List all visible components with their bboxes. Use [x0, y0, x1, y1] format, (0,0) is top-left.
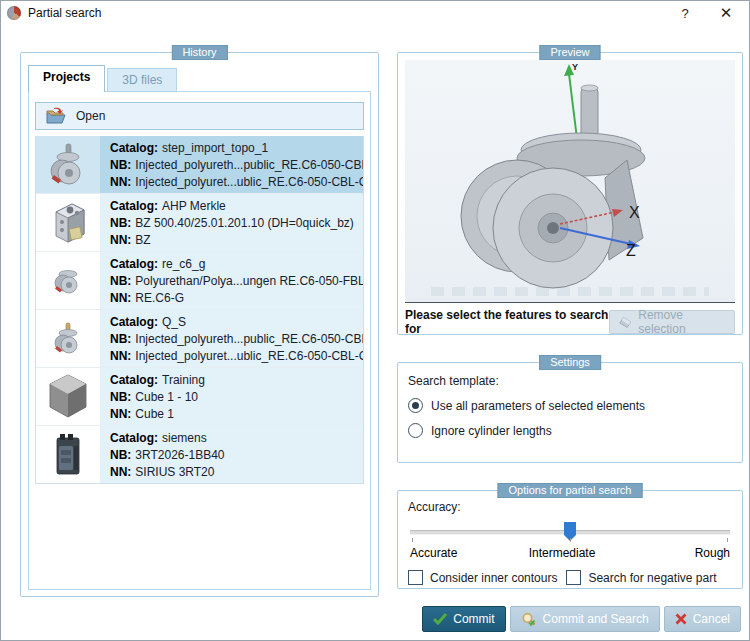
commit-and-search-button[interactable]: Commit and Search	[510, 606, 660, 632]
slider-tick	[727, 538, 728, 542]
nb-label: NB:	[110, 274, 131, 288]
list-item[interactable]: Catalog:Training NB:Cube 1 - 10 NN:Cube …	[36, 368, 363, 426]
checkbox-consider-inner-contours[interactable]: Consider inner contours	[408, 570, 557, 585]
commit-and-search-label: Commit and Search	[543, 612, 649, 626]
list-item[interactable]: Catalog:AHP Merkle NB:BZ 500.40/25.01.20…	[36, 194, 363, 252]
list-item-text: Catalog:step_import_topo_1 NB:Injected_p…	[100, 136, 363, 193]
accurate-label: Accurate	[410, 546, 457, 560]
eraser-icon	[619, 316, 633, 329]
caster-small-thumbnail-icon	[36, 310, 100, 367]
accuracy-slider[interactable]	[408, 518, 732, 544]
axis-z-label: Z	[626, 242, 636, 259]
list-item-text: Catalog:Q_S NB:Injected_polyureth...publ…	[100, 310, 363, 367]
axis-y-label: Y	[572, 62, 578, 72]
open-button[interactable]: Open	[35, 102, 364, 130]
caster-thumbnail-icon	[36, 136, 100, 193]
nn-label: NN:	[110, 407, 131, 421]
commit-button[interactable]: Commit	[422, 606, 505, 632]
preview-group-label: Preview	[539, 45, 600, 60]
nb-label: NB:	[110, 332, 131, 346]
nb-value: Polyurethan/Polya...ungen RE.C6-050-FBL-…	[135, 274, 363, 288]
radio-selected-icon	[408, 398, 423, 413]
cube-thumbnail-icon	[36, 368, 100, 425]
catalog-value: siemens	[162, 431, 207, 445]
search-template-label: Search template:	[408, 374, 732, 388]
axis-x-label: X	[629, 204, 640, 221]
list-item[interactable]: Catalog:step_import_topo_1 NB:Injected_p…	[36, 136, 363, 194]
cancel-label: Cancel	[693, 612, 730, 626]
nn-value: SIRIUS 3RT20	[135, 465, 214, 479]
catalog-label: Catalog:	[110, 257, 158, 271]
radio-label: Ignore cylinder lengths	[431, 424, 552, 438]
nb-label: NB:	[110, 158, 131, 172]
nb-value: BZ 500.40/25.01.201.10 (DH=0quick_bz)	[135, 216, 353, 230]
checkbox-label: Consider inner contours	[430, 571, 557, 585]
list-item-text: Catalog:re_c6_g NB:Polyurethan/Polya...u…	[100, 252, 363, 309]
magnifier-icon	[521, 612, 537, 627]
catalog-value: AHP Merkle	[162, 199, 226, 213]
nn-label: NN:	[110, 349, 131, 363]
list-item-text: Catalog:AHP Merkle NB:BZ 500.40/25.01.20…	[100, 194, 363, 251]
preview-3d-viewport[interactable]: Y X	[405, 60, 735, 303]
footer-buttons: Commit Commit and Search Cancel	[422, 606, 741, 632]
help-button[interactable]: ?	[668, 6, 702, 21]
catalog-label: Catalog:	[110, 373, 158, 387]
tab-3d-files[interactable]: 3D files	[107, 68, 177, 91]
nb-label: NB:	[110, 448, 131, 462]
caster-small-thumbnail-icon	[36, 252, 100, 309]
history-group: History Projects 3D files Open	[20, 52, 379, 597]
list-item-text: Catalog:Training NB:Cube 1 - 10 NN:Cube …	[100, 368, 363, 425]
radio-ignore-cylinder-lengths[interactable]: Ignore cylinder lengths	[408, 423, 732, 438]
nb-value: 3RT2026-1BB40	[135, 448, 224, 462]
list-item-text: Catalog:siemens NB:3RT2026-1BB40 NN:SIRI…	[100, 426, 363, 483]
contactor-thumbnail-icon	[36, 426, 100, 483]
nb-label: NB:	[110, 216, 131, 230]
radio-use-all-parameters[interactable]: Use all parameters of selected elements	[408, 398, 732, 413]
red-x-icon	[675, 613, 687, 625]
cancel-button[interactable]: Cancel	[664, 606, 741, 632]
projects-tab-page: Open	[28, 91, 371, 590]
settings-group: Settings Search template: Use all parame…	[397, 362, 743, 463]
open-folder-icon	[45, 107, 67, 125]
checkmark-icon	[433, 613, 447, 625]
preview-footer-row: Please select the features to search for…	[398, 303, 742, 341]
catalog-label: Catalog:	[110, 431, 158, 445]
nb-value: Injected_polyureth...public_RE.C6-050-CB…	[135, 158, 363, 172]
window-title: Partial search	[28, 6, 101, 20]
tab-projects[interactable]: Projects	[28, 65, 105, 92]
options-group: Options for partial search Accuracy: Acc…	[397, 490, 743, 589]
options-checkboxes: Consider inner contours Search for negat…	[408, 570, 732, 585]
nn-label: NN:	[110, 291, 131, 305]
slider-labels: Accurate Intermediate Rough	[408, 546, 732, 561]
open-button-label: Open	[76, 109, 105, 123]
nb-label: NB:	[110, 390, 131, 404]
catalog-label: Catalog:	[110, 141, 158, 155]
title-bar: Partial search ? ✕	[1, 1, 749, 25]
checkbox-label: Search for negative part	[588, 571, 716, 585]
checkbox-search-negative-part[interactable]: Search for negative part	[566, 570, 716, 585]
nn-value: Cube 1	[135, 407, 174, 421]
slider-tick	[570, 538, 571, 542]
nn-value: Injected_polyuret...ublic_RE.C6-050-CBL-…	[135, 175, 363, 189]
history-tabs: Projects 3D files	[28, 65, 371, 91]
catalog-value: Q_S	[162, 315, 186, 329]
options-group-label: Options for partial search	[498, 483, 643, 498]
intermediate-label: Intermediate	[529, 546, 596, 560]
selection-hint-text: Please select the features to search for	[405, 308, 609, 336]
watermark	[431, 287, 708, 296]
remove-selection-button[interactable]: Remove selection	[609, 310, 735, 334]
list-item[interactable]: Catalog:re_c6_g NB:Polyurethan/Polya...u…	[36, 252, 363, 310]
partial-search-dialog: Partial search ? ✕ History Projects 3D f…	[0, 0, 750, 641]
preview-group: Preview Y	[397, 52, 743, 335]
remove-selection-label: Remove selection	[638, 308, 725, 336]
slider-tick	[412, 538, 413, 542]
nn-value: RE.C6-G	[135, 291, 184, 305]
catalog-label: Catalog:	[110, 315, 158, 329]
list-item[interactable]: Catalog:siemens NB:3RT2026-1BB40 NN:SIRI…	[36, 426, 363, 483]
nn-label: NN:	[110, 175, 131, 189]
app-icon	[7, 6, 21, 20]
list-item[interactable]: Catalog:Q_S NB:Injected_polyureth...publ…	[36, 310, 363, 368]
close-button[interactable]: ✕	[709, 4, 743, 22]
nn-value: BZ	[135, 233, 150, 247]
commit-label: Commit	[453, 612, 494, 626]
